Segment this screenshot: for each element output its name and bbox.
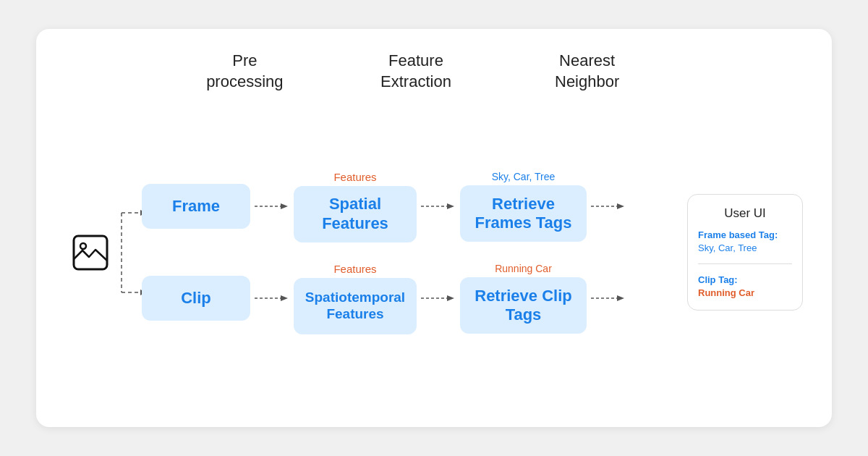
ui-divider [698, 263, 792, 264]
clip-tag-value: Running Car [698, 287, 792, 298]
flow-container: Frame Features Spatial Features Sky, Car… [142, 171, 680, 334]
frame-box: Frame [142, 184, 250, 229]
user-ui-frame-section: Frame based Tag: Sky, Car, Tree [698, 229, 792, 253]
svg-marker-12 [617, 203, 624, 209]
running-car-label: Running Car [495, 263, 552, 274]
spatial-col: Features Spatial Features [294, 171, 417, 242]
features-label-2: Features [333, 263, 376, 275]
arrow-retrieve-clips-ui [591, 292, 626, 304]
svg-marker-14 [281, 295, 288, 301]
arrow-frame-spatial [255, 200, 289, 212]
clip-box: Clip [142, 276, 250, 321]
clip-flow-row: Clip Features Spatiotemporal Features Ru… [142, 263, 680, 334]
bracket-connector [116, 173, 142, 332]
arrow-retrieve-frames-ui [591, 200, 626, 212]
svg-rect-0 [74, 236, 107, 269]
header-preprocessing: Preprocessing [187, 51, 302, 92]
user-ui-box: User UI Frame based Tag: Sky, Car, Tree … [687, 194, 803, 311]
arrow-spatial-retrieve [421, 200, 456, 212]
header-feature-extraction: FeatureExtraction [358, 51, 474, 92]
retrieve-frames-col: Sky, Car, Tree Retrieve Frames Tags [460, 171, 587, 242]
retrieve-frames-box: Retrieve Frames Tags [460, 185, 587, 242]
svg-marker-16 [447, 295, 454, 301]
user-ui-area: User UI Frame based Tag: Sky, Car, Tree … [680, 194, 803, 311]
diagram-area: Frame Features Spatial Features Sky, Car… [65, 99, 803, 405]
svg-marker-8 [281, 203, 288, 209]
retrieve-clips-col: Running Car Retrieve Clip Tags [460, 263, 587, 334]
svg-marker-6 [140, 290, 142, 295]
svg-marker-5 [140, 210, 142, 216]
spatiotemporal-features-box: Spatiotemporal Features [294, 278, 417, 334]
image-icon [71, 233, 110, 272]
frame-flow-row: Frame Features Spatial Features Sky, Car… [142, 171, 680, 242]
image-icon-wrap [65, 233, 116, 272]
features-label-1: Features [333, 171, 376, 183]
frame-tag-value: Sky, Car, Tree [698, 242, 792, 253]
spatiotemporal-col: Features Spatiotemporal Features [294, 263, 417, 334]
spatial-features-box: Spatial Features [294, 186, 417, 242]
svg-point-1 [80, 243, 86, 249]
main-card: Preprocessing FeatureExtraction NearestN… [36, 29, 832, 427]
arrow-spatiotemporal-retrieve [421, 292, 456, 304]
header-nearest-neighbor: NearestNeighbor [529, 51, 645, 92]
user-ui-title: User UI [698, 206, 792, 221]
sky-car-tree-label: Sky, Car, Tree [492, 171, 556, 182]
svg-marker-18 [617, 295, 624, 301]
svg-marker-10 [447, 203, 454, 209]
clip-tag-key: Clip Tag: [698, 274, 792, 285]
arrow-clip-spatiotemporal [255, 292, 289, 304]
header-row: Preprocessing FeatureExtraction NearestN… [65, 51, 803, 92]
frame-tag-key: Frame based Tag: [698, 229, 792, 240]
user-ui-clip-section: Clip Tag: Running Car [698, 274, 792, 298]
retrieve-clips-box: Retrieve Clip Tags [460, 277, 587, 334]
